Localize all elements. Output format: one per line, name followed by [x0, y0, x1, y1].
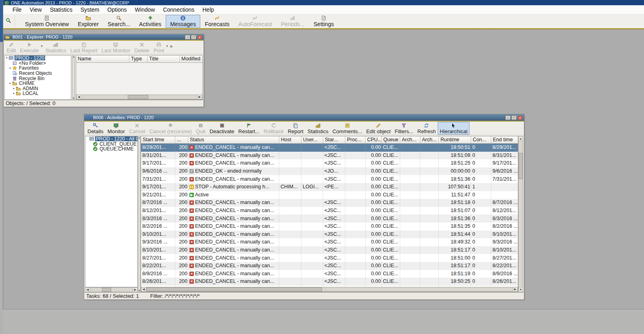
activities-tree-hscrollbar[interactable]: ◀ ▶	[85, 287, 138, 292]
task-row[interactable]: 8/9/2016 ...200✕ENDED_CANCEL - manually …	[141, 270, 518, 278]
tree-right-arrow-icon[interactable]: ▸	[8, 82, 12, 85]
scroll-right-icon[interactable]: ▶	[133, 288, 137, 292]
activities-titlebar[interactable]: B006 - Activities: PROD - 1220 – □ ×	[84, 114, 524, 121]
scroll-right-icon[interactable]: ▶	[197, 95, 202, 99]
tree-right-arrow-icon[interactable]: ▸	[12, 92, 16, 95]
column-header-host[interactable]: Host	[279, 136, 301, 143]
last-monitor-button[interactable]: Last Monitor	[100, 41, 133, 54]
monitor-button[interactable]: Monitor	[106, 122, 127, 135]
task-row[interactable]: 8/27/201...200✕ENDED_CANCEL - manually c…	[141, 254, 518, 262]
forecasts-button[interactable]: Forecasts	[200, 15, 234, 28]
task-row[interactable]: 9/21/201...200▶Active0.00CLIE...11:51:47…	[141, 191, 518, 199]
explorer-titlebar[interactable]: B001 - Explorer: PROD - 1220 – □ ×	[4, 34, 204, 40]
statistics-button[interactable]: Statistics	[43, 41, 68, 54]
minimize-icon[interactable]: –	[505, 115, 511, 120]
explorer-list-hscrollbar[interactable]: ◀ ▶	[76, 95, 202, 99]
scroll-right-icon[interactable]: ▶	[513, 287, 517, 291]
explorer-tree-item-admin[interactable]: ▸ADMIN	[5, 86, 71, 91]
menu-view[interactable]: View	[26, 6, 46, 14]
maximize-icon[interactable]: □	[511, 115, 517, 120]
explorer-tree-item-chime[interactable]: ▸CHIME	[5, 81, 71, 86]
search-button[interactable]: Search...	[103, 15, 135, 28]
task-row[interactable]: 8/10/201...200✕ENDED_CANCEL - manually c…	[141, 246, 518, 254]
task-row[interactable]: 9/17/201...200✕ENDED_CANCEL - manually c…	[141, 159, 518, 167]
messages-button[interactable]: Messages	[166, 15, 200, 28]
menu-options[interactable]: Options	[104, 6, 130, 14]
task-row[interactable]: 8/31/201...200✕ENDED_CANCEL - manually c…	[141, 152, 518, 160]
column-header-modified[interactable]: Modified	[180, 56, 202, 62]
task-row[interactable]: 9/6/2016 ...200✓ENDED_OK - ended normall…	[141, 167, 518, 175]
task-row[interactable]: 8/6/2016200✕ENDED_CANCEL - manually can<…	[141, 286, 518, 287]
scroll-left-icon[interactable]: ◀	[141, 287, 146, 291]
explorer-tree-scrollbar[interactable]: ▲▼	[72, 55, 75, 100]
deactivate-button[interactable]: Deactivate	[208, 122, 236, 135]
cancel-recursive-button[interactable]: Cancel (recursive)	[147, 122, 194, 135]
scroll-down-icon[interactable]: ▼	[519, 287, 523, 292]
column-header-user[interactable]: User...	[301, 136, 323, 143]
task-row[interactable]: 9/3/2016 ...200✕ENDED_CANCEL - manually …	[141, 238, 518, 246]
task-row[interactable]: 9/17/201...200❚❚STOP - Automatic process…	[141, 183, 518, 191]
print-button[interactable]: Print	[152, 41, 166, 54]
report-button[interactable]: Report	[286, 122, 305, 135]
quit-button[interactable]: Quit	[194, 122, 208, 135]
settings-button[interactable]: Settings	[309, 15, 339, 28]
execute-button[interactable]: Execute	[18, 41, 41, 54]
filters-button[interactable]: Filters...	[393, 122, 415, 135]
activities-tree-item-client-queue[interactable]: CLIENT_QUEUE	[85, 142, 137, 147]
comments-button[interactable]: Comments...	[330, 122, 364, 135]
explorer-tree-item-recycle-bin[interactable]: Recycle Bin	[5, 76, 71, 81]
task-row[interactable]: 8/26/201...200✕ENDED_CANCEL - manually c…	[141, 278, 518, 286]
column-header-title[interactable]: Title	[147, 56, 180, 62]
column-header-runtime[interactable]: Runtime	[439, 136, 471, 143]
menu-connections[interactable]: Connections	[159, 6, 198, 14]
explorer-tree-item-no-folder[interactable]: <No Folder>	[5, 61, 71, 66]
app-titlebar[interactable]: ONE Automation 2013 - PROD - 1220 - BMAT…	[3, 0, 644, 5]
column-header-type[interactable]: Type	[129, 56, 147, 62]
task-row[interactable]: 8/3/2016 ...200✕ENDED_CANCEL - manually …	[141, 214, 518, 223]
column-header-queue[interactable]: Queue	[382, 136, 400, 143]
refresh-button[interactable]: Refresh	[415, 122, 438, 135]
column-header-end-time[interactable]: End time	[491, 136, 518, 143]
close-icon[interactable]: ×	[197, 35, 202, 39]
scroll-up-icon[interactable]: ▲	[519, 136, 523, 141]
activities-tree-scrollbar[interactable]: ▲▼	[138, 136, 141, 292]
statistics-button[interactable]: Statistics	[305, 122, 330, 135]
task-row[interactable]: 8/29/201...200✕ENDED_CANCEL - manually c…	[141, 144, 518, 152]
menu-system[interactable]: System	[77, 6, 103, 14]
activities-tree-item-prod-1220-all-c[interactable]: PROD - 1220 - All C	[85, 136, 137, 142]
column-header-start-time[interactable]: Start time	[141, 136, 175, 143]
column-header-arch[interactable]: Arch...	[400, 136, 420, 143]
task-row[interactable]: 8/7/2016 ...200✕ENDED_CANCEL - manually …	[141, 199, 518, 207]
rollback-button[interactable]: Rollback	[262, 122, 286, 135]
details-button[interactable]: Details	[85, 122, 106, 135]
explorer-tree-item-favorites[interactable]: ▸Favorites	[5, 66, 71, 71]
close-icon[interactable]: ×	[517, 115, 523, 120]
autoforecast-button[interactable]: AutoForecast	[234, 15, 276, 28]
system-overview-button[interactable]: System Overview	[21, 15, 73, 28]
task-row[interactable]: 8/2/2016 ...200✕ENDED_CANCEL - manually …	[141, 223, 518, 231]
activities-list-vscrollbar[interactable]: ▲ ▼	[518, 136, 523, 292]
task-row[interactable]: 8/22/201...200✕ENDED_CANCEL - manually c…	[141, 262, 518, 270]
column-header-con[interactable]: Con...	[471, 136, 491, 143]
explorer-tree-item-recent-objects[interactable]: Recent Objects	[5, 71, 71, 76]
maximize-icon[interactable]: □	[191, 35, 196, 39]
task-row[interactable]: 9/10/201...200✕ENDED_CANCEL - manually c…	[141, 231, 518, 239]
last-report-button[interactable]: Last Report	[68, 41, 99, 54]
activities-list-hscrollbar[interactable]: ◀ ▶	[141, 287, 518, 292]
explorer-tree-item-local[interactable]: ▸LOCAL	[5, 91, 71, 96]
column-header-status[interactable]: Status	[188, 136, 279, 143]
cancel-button[interactable]: Cancel	[127, 122, 147, 135]
tree-right-arrow-icon[interactable]: ▸	[8, 66, 12, 70]
column-header-[interactable]: ...	[175, 136, 188, 143]
activities-button[interactable]: Activities	[135, 15, 166, 28]
scroll-left-icon[interactable]: ◀	[85, 288, 90, 292]
periods-button[interactable]: Periods...	[276, 15, 309, 28]
restart-button[interactable]: Restart...	[236, 122, 262, 135]
menu-statistics[interactable]: Statistics	[46, 6, 76, 14]
column-header-arch[interactable]: Arch...	[420, 136, 439, 143]
explorer-button[interactable]: Explorer	[73, 15, 103, 28]
menu-help[interactable]: Help	[199, 6, 218, 14]
menu-window[interactable]: Window	[131, 6, 159, 14]
activities-tree-item-queue-chime[interactable]: QUEUE.CHIME	[85, 146, 137, 152]
hierarchical-button[interactable]: Hierarchical	[438, 122, 469, 135]
